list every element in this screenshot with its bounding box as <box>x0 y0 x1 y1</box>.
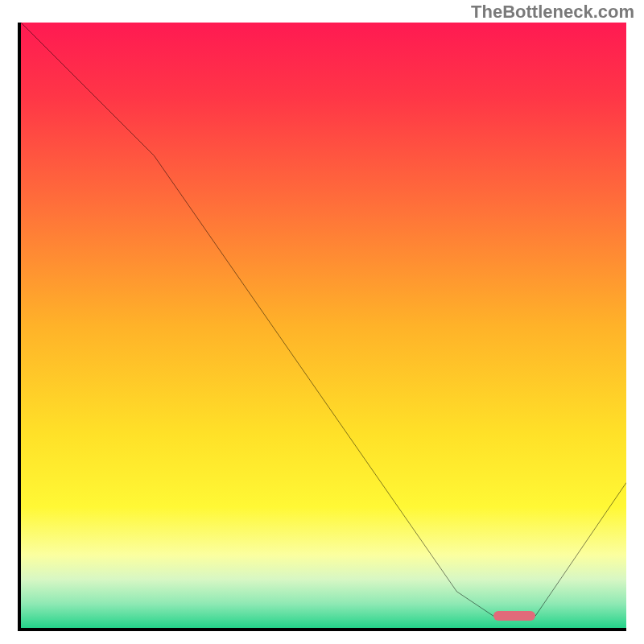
curve-layer <box>21 23 626 628</box>
bottleneck-curve <box>21 23 626 616</box>
optimal-marker <box>493 611 536 621</box>
plot-area <box>18 23 626 631</box>
chart-container: TheBottleneck.com <box>0 0 644 644</box>
watermark-text: TheBottleneck.com <box>471 2 634 23</box>
